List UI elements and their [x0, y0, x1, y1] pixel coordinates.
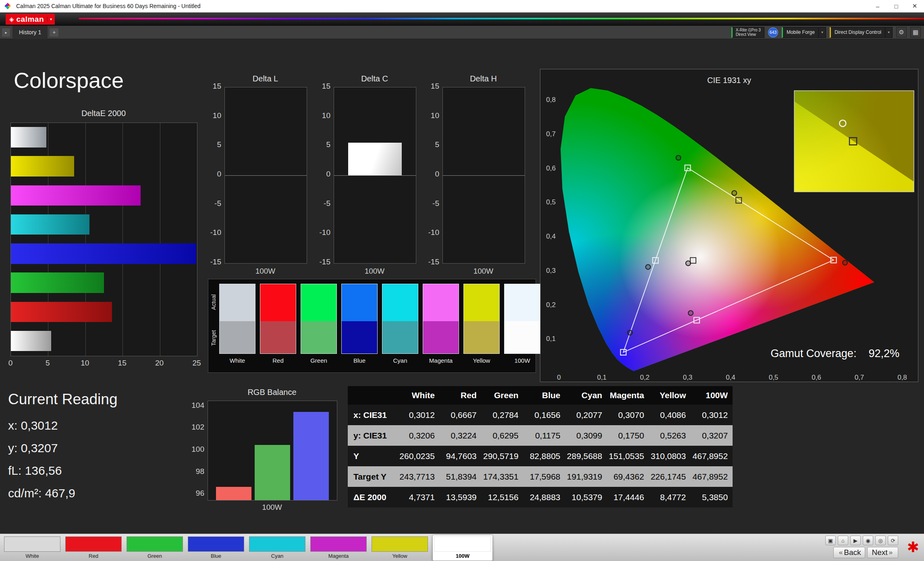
next-button[interactable]: Next »: [867, 547, 898, 558]
cie-measured-cyan: [646, 264, 650, 269]
patch-color: [188, 536, 244, 552]
delta-l-chart: Delta L 100W 151050-5-10-15: [200, 74, 309, 282]
meter-name: X-Rite i1Pro 3: [736, 28, 761, 32]
deltae-gridline: [123, 123, 123, 356]
delta-c-title: Delta C: [334, 74, 415, 83]
table-row-label: Target Y: [348, 466, 398, 487]
swatch-actual: [342, 284, 377, 321]
table-cell: 94,7603: [440, 446, 482, 466]
table-cell: 82,8805: [523, 446, 565, 466]
patch-button-yellow[interactable]: Yellow: [372, 536, 428, 559]
bullseye-icon: ◎: [878, 538, 882, 544]
svg-text:0,7: 0,7: [546, 130, 556, 138]
swatch-label: Green: [301, 357, 337, 364]
swatch-column-white: White: [219, 284, 255, 364]
swatch-actual: [464, 284, 499, 321]
meter-selector-button[interactable]: X-Rite i1Pro 3 Direct View: [731, 27, 764, 38]
rgb-bar-red: [216, 487, 251, 500]
swatch-blocks: [341, 284, 378, 354]
target-row-label: Target: [210, 322, 217, 355]
screen-icon: ▣: [828, 538, 833, 544]
delta-h-xlabel: 100W: [442, 267, 524, 276]
delta-h-ytick: -5: [418, 199, 439, 208]
add-tab-button[interactable]: +: [50, 28, 58, 37]
delta-c-xlabel: 100W: [334, 267, 415, 276]
play-button[interactable]: ▶: [850, 536, 861, 545]
reading-cdm2: cd/m²: 467,9: [8, 482, 117, 505]
record-button[interactable]: ◉: [863, 536, 873, 545]
svg-text:0,6: 0,6: [546, 164, 556, 172]
table-cell: 0,1656: [523, 405, 565, 425]
svg-text:0,8: 0,8: [546, 96, 556, 104]
swatch-column-cyan: Cyan: [382, 284, 418, 364]
home-icon: ⌂: [841, 538, 845, 544]
table-cell: 0,5263: [649, 425, 691, 446]
gamut-coverage: Gamut Coverage: 92,2%: [770, 347, 899, 360]
rgb-ytick: 98: [183, 467, 204, 476]
calman-logo-text: calman: [17, 15, 44, 24]
patch-button-red[interactable]: Red: [65, 536, 122, 559]
close-button[interactable]: ✕: [905, 0, 924, 12]
swatch-target: [220, 321, 255, 353]
deltae-bar-yellow: [11, 156, 74, 177]
display-control-button[interactable]: Direct Display Control ▾: [830, 27, 893, 38]
delta-h-ytick: -15: [418, 258, 439, 266]
table-cell: 17,4446: [607, 487, 649, 507]
app-icon: [4, 3, 11, 9]
next-chevrons-icon: »: [889, 549, 893, 557]
cie-measured-white: [686, 261, 691, 266]
delta-h-ytick: -10: [418, 228, 439, 237]
settings-gear-button[interactable]: ⚙: [896, 27, 907, 37]
svg-text:0,4: 0,4: [546, 233, 556, 240]
back-button[interactable]: « Back: [833, 547, 866, 558]
rgb-bar-blue: [293, 412, 329, 500]
patch-button-cyan[interactable]: Cyan: [249, 536, 305, 559]
table-corner-cell: [348, 386, 398, 405]
swatch-target: [342, 321, 377, 353]
table-row: ΔE 20004,737113,593912,515624,888310,537…: [348, 487, 733, 507]
patch-label: Blue: [188, 553, 244, 559]
table-cell: 0,6667: [440, 405, 482, 425]
patch-button-white[interactable]: White: [4, 536, 60, 559]
patch-color: [65, 536, 122, 552]
screen-layout-button[interactable]: ▣: [825, 536, 836, 545]
rgb-ytick: 96: [183, 489, 204, 498]
cie-measured-magenta: [688, 311, 693, 316]
calibrate-target-button[interactable]: ◎: [875, 536, 886, 545]
table-header-cell: Red: [440, 386, 482, 405]
workspace-layout-button[interactable]: ▦: [910, 27, 921, 37]
patch-button-100w[interactable]: 100W: [433, 535, 492, 561]
svg-text:0,5: 0,5: [546, 198, 556, 206]
table-cell: 151,0535: [607, 446, 649, 466]
home-button[interactable]: ⌂: [838, 536, 848, 545]
swatch-actual: [301, 284, 336, 321]
swatch-target: [423, 321, 459, 353]
patch-button-magenta[interactable]: Magenta: [310, 536, 367, 559]
table-cell: 17,5968: [523, 466, 565, 487]
table-row-label: y: CIE31: [348, 425, 398, 446]
window-title: Calman 2025 Calman Ultimate for Business…: [16, 3, 201, 9]
calman-logo-button[interactable]: ◈ calman ▾: [6, 14, 55, 25]
patch-button-green[interactable]: Green: [127, 536, 183, 559]
table-header-row: WhiteRedGreenBlueCyanMagentaYellow100W: [348, 386, 733, 405]
maximize-button[interactable]: □: [887, 0, 905, 12]
minimize-button[interactable]: –: [868, 0, 887, 12]
current-reading-title: Current Reading: [8, 391, 117, 408]
window-controls: – □ ✕: [868, 0, 924, 12]
swatch-blocks: [260, 284, 296, 354]
delta-l-ytick: -10: [200, 228, 221, 237]
swatch-label: Cyan: [382, 357, 418, 364]
calman-app: Calman 2025 Calman Ultimate for Business…: [0, 0, 924, 561]
cie-measured-yellow: [732, 191, 737, 195]
swatch-column-blue: Blue: [341, 284, 378, 364]
tab-history-1[interactable]: History 1: [12, 26, 48, 39]
table-row-label: Y: [348, 446, 398, 466]
source-selector-button[interactable]: Mobile Forge ▾: [782, 27, 826, 38]
record-icon: ◉: [866, 538, 870, 544]
tab-scroll-button[interactable]: ▸: [2, 28, 10, 37]
refresh-button[interactable]: ⟳: [888, 536, 898, 545]
window-titlebar: Calman 2025 Calman Ultimate for Business…: [0, 0, 924, 12]
swatch-column-yellow: Yellow: [463, 284, 500, 364]
table-cell: 0,3207: [691, 425, 733, 446]
patch-button-blue[interactable]: Blue: [188, 536, 244, 559]
